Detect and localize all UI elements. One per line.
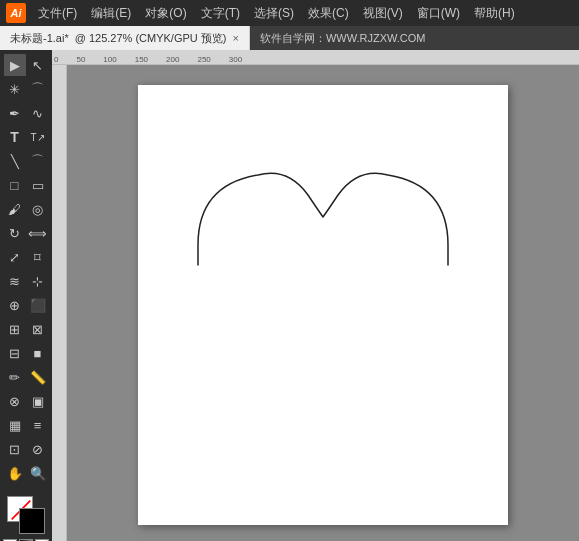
arc-tool[interactable]: ⌒: [27, 150, 49, 172]
artboard-tool[interactable]: ⊡: [4, 438, 26, 460]
canvas-content: [67, 65, 579, 541]
tool-row-perspective: ⊞ ⊠: [0, 318, 52, 340]
paintbrush-tool[interactable]: 🖌: [4, 198, 26, 220]
menu-select[interactable]: 选择(S): [248, 3, 300, 24]
tool-row-scale: ⤢ ⌑: [0, 246, 52, 268]
menu-type[interactable]: 文字(T): [195, 3, 246, 24]
gradient-tool[interactable]: ■: [27, 342, 49, 364]
color-section: ⊟: [0, 492, 53, 541]
menu-view[interactable]: 视图(V): [357, 3, 409, 24]
tool-row-artboard: ⊡ ⊘: [0, 438, 52, 460]
white-canvas: [138, 85, 508, 525]
drawing-canvas: [178, 145, 468, 305]
ruler-top: 0 50 100 150 200 250 300: [52, 50, 579, 65]
blob-brush-tool[interactable]: ◎: [27, 198, 49, 220]
fill-stroke-area: [7, 496, 45, 534]
hand-tool[interactable]: ✋: [4, 462, 26, 484]
rotate-tool[interactable]: ↻: [4, 222, 26, 244]
lasso-tool[interactable]: ⌒: [27, 78, 49, 100]
stroke-color-box[interactable]: [19, 508, 45, 534]
tool-row-magic: ✳ ⌒: [0, 78, 52, 100]
rectangle-tool[interactable]: □: [4, 174, 26, 196]
tool-row-brush: 🖌 ◎: [0, 198, 52, 220]
curvature-tool[interactable]: ∿: [27, 102, 49, 124]
perspective-grid-tool[interactable]: ⊞: [4, 318, 26, 340]
rounded-rect-tool[interactable]: ▭: [27, 174, 49, 196]
toolbar: ▶ ↖ ✳ ⌒ ✒ ∿ T T↗ ╲ ⌒ □ ▭ 🖌 ◎ ↻ ⟺: [0, 50, 52, 541]
tool-row-shapebuilder: ⊕ ⬛: [0, 294, 52, 316]
symbol-sprayer-tool[interactable]: ▣: [27, 390, 49, 412]
menu-file[interactable]: 文件(F): [32, 3, 83, 24]
menu-help[interactable]: 帮助(H): [468, 3, 521, 24]
magic-wand-tool[interactable]: ✳: [4, 78, 26, 100]
live-paint-tool[interactable]: ⬛: [27, 294, 49, 316]
menu-object[interactable]: 对象(O): [139, 3, 192, 24]
tool-row-hand: ✋ 🔍: [0, 462, 52, 484]
tab-zoom-info: @ 125.27% (CMYK/GPU 预览): [75, 31, 227, 46]
warp-tool[interactable]: ≋: [4, 270, 26, 292]
tool-row-blend: ⊗ ▣: [0, 390, 52, 412]
free-transform-tool[interactable]: ⊹: [27, 270, 49, 292]
tool-row-warp: ≋ ⊹: [0, 270, 52, 292]
tool-row-line: ╲ ⌒: [0, 150, 52, 172]
active-tab[interactable]: 未标题-1.ai* @ 125.27% (CMYK/GPU 预览) ×: [0, 26, 250, 50]
shear-tool[interactable]: ⌑: [27, 246, 49, 268]
tab-right-info: 软件自学网：WWW.RJZXW.COM: [250, 31, 579, 46]
pen-tool[interactable]: ✒: [4, 102, 26, 124]
selection-tool[interactable]: ▶: [4, 54, 26, 76]
blend-tool[interactable]: ⊗: [4, 390, 26, 412]
tool-row-mesh: ⊟ ■: [0, 342, 52, 364]
ruler-left: [52, 65, 67, 541]
menu-bar: 文件(F) 编辑(E) 对象(O) 文字(T) 选择(S) 效果(C) 视图(V…: [32, 3, 573, 24]
direct-selection-tool[interactable]: ↖: [27, 54, 49, 76]
column-graph-tool[interactable]: ▦: [4, 414, 26, 436]
zoom-tool[interactable]: 🔍: [27, 462, 49, 484]
canvas-area[interactable]: 0 50 100 150 200 250 300: [52, 50, 579, 541]
shape-builder-tool[interactable]: ⊕: [4, 294, 26, 316]
tab-close-button[interactable]: ×: [232, 32, 238, 44]
line-segment-tool[interactable]: ╲: [4, 150, 26, 172]
menu-edit[interactable]: 编辑(E): [85, 3, 137, 24]
reflect-tool[interactable]: ⟺: [27, 222, 49, 244]
bar-graph-tool[interactable]: ≡: [27, 414, 49, 436]
tab-bar: 未标题-1.ai* @ 125.27% (CMYK/GPU 预览) × 软件自学…: [0, 26, 579, 50]
eyedropper-tool[interactable]: ✏: [4, 366, 26, 388]
tool-row-type: T T↗: [0, 126, 52, 148]
main-layout: ▶ ↖ ✳ ⌒ ✒ ∿ T T↗ ╲ ⌒ □ ▭ 🖌 ◎ ↻ ⟺: [0, 50, 579, 541]
scale-tool[interactable]: ⤢: [4, 246, 26, 268]
menu-window[interactable]: 窗口(W): [411, 3, 466, 24]
type-tool[interactable]: T: [4, 126, 26, 148]
title-bar: Ai 文件(F) 编辑(E) 对象(O) 文字(T) 选择(S) 效果(C) 视…: [0, 0, 579, 26]
measure-tool[interactable]: 📏: [27, 366, 49, 388]
tool-row-rect: □ ▭: [0, 174, 52, 196]
tool-row-eyedropper: ✏ 📏: [0, 366, 52, 388]
tool-row-pen: ✒ ∿: [0, 102, 52, 124]
tab-title: 未标题-1.ai*: [10, 31, 69, 46]
tool-row-chart: ▦ ≡: [0, 414, 52, 436]
menu-effect[interactable]: 效果(C): [302, 3, 355, 24]
mesh-tool[interactable]: ⊟: [4, 342, 26, 364]
slice-tool[interactable]: ⊘: [27, 438, 49, 460]
perspective-select-tool[interactable]: ⊠: [27, 318, 49, 340]
ruler-ticks-top: 0 50 100 150 200 250 300: [52, 50, 260, 64]
tool-row-selection: ▶ ↖: [0, 54, 52, 76]
tool-row-rotate: ↻ ⟺: [0, 222, 52, 244]
touch-type-tool[interactable]: T↗: [27, 126, 49, 148]
app-logo: Ai: [6, 3, 26, 23]
